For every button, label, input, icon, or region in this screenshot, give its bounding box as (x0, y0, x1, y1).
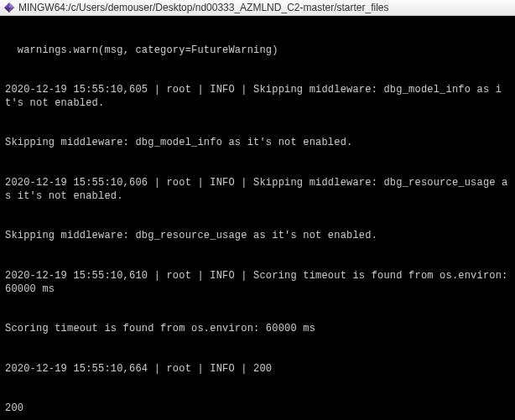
log-line: 2020-12-19 15:55:10,664 | root | INFO | … (5, 363, 510, 376)
window-titlebar[interactable]: MINGW64:/c/Users/demouser/Desktop/nd0033… (0, 0, 515, 16)
log-line: 200 (5, 402, 510, 416)
log-line: warnings.warn(msg, category=FutureWarnin… (5, 44, 510, 58)
log-line: Skipping middleware: dbg_model_info as i… (5, 137, 510, 150)
log-line: 2020-12-19 15:55:10,606 | root | INFO | … (5, 177, 510, 204)
log-line: 2020-12-19 15:55:10,605 | root | INFO | … (5, 84, 510, 111)
log-line: Skipping middleware: dbg_resource_usage … (5, 230, 510, 243)
terminal-output[interactable]: warnings.warn(msg, category=FutureWarnin… (0, 16, 515, 420)
log-line: 2020-12-19 15:55:10,610 | root | INFO | … (5, 270, 510, 297)
svg-marker-2 (4, 8, 9, 13)
log-line: Scoring timeout is found from os.environ… (5, 323, 510, 336)
svg-marker-1 (9, 3, 14, 8)
window-title: MINGW64:/c/Users/demouser/Desktop/nd0033… (18, 2, 389, 13)
mingw-icon (3, 2, 15, 13)
